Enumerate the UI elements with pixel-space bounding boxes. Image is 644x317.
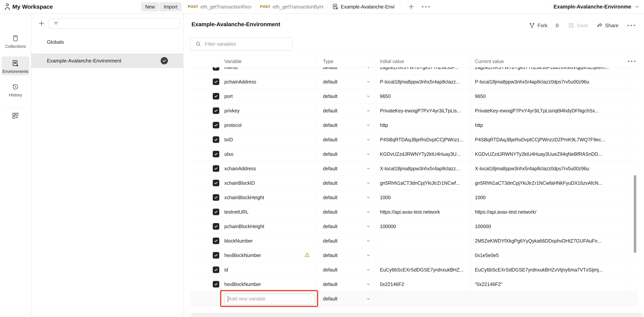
- variable-type-dropdown[interactable]: default: [317, 234, 376, 248]
- variable-type-dropdown[interactable]: default: [317, 205, 376, 219]
- current-value-cell[interactable]: P4SBqRTDAqJBjeRoDvptCCjPWnzzDZPmK9L7WQ7F…: [471, 132, 626, 147]
- fork-count[interactable]: 0: [554, 22, 560, 28]
- variable-name-cell[interactable]: testnetURL: [222, 205, 317, 219]
- variable-enabled-checkbox[interactable]: [213, 194, 219, 201]
- variable-enabled-checkbox[interactable]: [213, 67, 219, 71]
- variable-type-dropdown[interactable]: default: [317, 248, 376, 263]
- new-button[interactable]: New: [141, 2, 159, 11]
- column-options-icon[interactable]: [628, 60, 636, 62]
- variable-enabled-checkbox[interactable]: [213, 180, 219, 186]
- sidebar-item-globals[interactable]: Globals: [47, 37, 64, 47]
- variable-enabled-checkbox[interactable]: [213, 93, 219, 99]
- variable-name-cell[interactable]: xchainAddress: [222, 161, 317, 176]
- sidebar-item-collections[interactable]: Collections: [0, 34, 31, 49]
- save-button[interactable]: Save: [568, 22, 588, 28]
- variable-enabled-checkbox[interactable]: [213, 267, 219, 273]
- current-value-cell[interactable]: X-local18jma8ppw3nhx5r4ap8clazz0dps7rv5u…: [471, 161, 626, 176]
- initial-value-cell[interactable]: [376, 292, 471, 306]
- workspace-title[interactable]: My Workspace: [12, 3, 53, 10]
- current-value-cell[interactable]: 100000: [471, 219, 626, 234]
- variable-name-cell[interactable]: hexBlockNumber: [222, 248, 317, 263]
- variable-type-dropdown[interactable]: default: [317, 89, 376, 103]
- current-value-cell[interactable]: 0x1e5e0e5: [471, 248, 626, 263]
- variable-type-dropdown[interactable]: default: [317, 118, 376, 132]
- import-button[interactable]: Import: [160, 2, 182, 11]
- current-value-cell[interactable]: 2agoeZmK3YW7bYgeJ7TnZtw56F.cldchhKedVqjq…: [471, 67, 626, 74]
- initial-value-cell[interactable]: 9650: [376, 89, 471, 103]
- variable-enabled-checkbox[interactable]: [213, 209, 219, 215]
- variable-enabled-checkbox[interactable]: [213, 223, 219, 230]
- initial-value-cell[interactable]: [376, 248, 471, 263]
- variable-name-cell[interactable]: blockNumber: [222, 234, 317, 248]
- current-value-cell[interactable]: gn5RhN1aCT3dnCpjYkiJtrZr1NCwfaHNkFyuDX16…: [471, 176, 626, 190]
- current-value-cell[interactable]: P-local18jma8ppw3nhx5r4ap8clazz0dps7rv5u…: [471, 75, 626, 89]
- current-value-cell[interactable]: http: [471, 118, 626, 132]
- variable-type-dropdown[interactable]: default: [317, 132, 376, 147]
- current-value-cell[interactable]: EuCy6bScEXrSdDGSE7yrdnxukBHZvVtjny6ma7VT…: [471, 263, 626, 277]
- variable-name-cell[interactable]: txID: [222, 132, 317, 147]
- current-value-cell[interactable]: [471, 292, 626, 306]
- variable-name-cell[interactable]: hexBlockNumber: [222, 277, 317, 291]
- variable-type-dropdown[interactable]: default: [317, 277, 376, 291]
- workspace-avatar-icon[interactable]: [4, 2, 11, 11]
- variable-enabled-checkbox[interactable]: [213, 78, 219, 85]
- new-tab-plus-icon[interactable]: [408, 3, 415, 10]
- variable-enabled-checkbox[interactable]: [213, 107, 219, 114]
- variable-type-dropdown[interactable]: default: [317, 263, 376, 277]
- initial-value-cell[interactable]: http: [376, 118, 471, 132]
- current-value-cell[interactable]: PrivateKey-ewoqjP7PxY4yr3iLTpLisriqt94hd…: [471, 104, 626, 118]
- initial-value-cell[interactable]: 2agoeZmK3YW7bYgeJ7TnZtw56F...: [376, 67, 471, 74]
- variable-name-cell[interactable]: xchainBlockID: [222, 176, 317, 190]
- current-value-cell[interactable]: 1000: [471, 190, 626, 205]
- initial-value-cell[interactable]: P4SBqRTDAqJBjeRoDvptCCjPWnzz...: [376, 132, 471, 147]
- initial-value-cell[interactable]: EuCy6bScEXrSdDGSE7yrdnxukBHZ...: [376, 263, 471, 277]
- variable-enabled-checkbox[interactable]: [213, 122, 219, 128]
- variable-enabled-checkbox[interactable]: [213, 165, 219, 172]
- add-variable-input[interactable]: Add new variable: [224, 293, 315, 305]
- variable-enabled-checkbox[interactable]: [213, 238, 219, 244]
- variable-name-cell[interactable]: memo: [222, 67, 317, 74]
- variable-type-dropdown[interactable]: default: [317, 219, 376, 234]
- initial-value-cell[interactable]: X-local18jma8ppw3nhx5r4ap8clazz...: [376, 161, 471, 176]
- current-value-cell[interactable]: 2M5ZeKWDYfXkgPg6YyQyka66DDsphvDHtZ7GUFAu…: [471, 234, 626, 248]
- tab-request-2[interactable]: POST eth_getTransactionByHa: [256, 0, 328, 13]
- vertical-scrollbar-thumb[interactable]: [634, 175, 636, 253]
- filter-variables-input[interactable]: Filter variables: [190, 37, 292, 50]
- more-actions-icon[interactable]: [628, 25, 635, 26]
- variable-name-cell[interactable]: protocol: [222, 118, 317, 132]
- variable-name-cell[interactable]: utxo: [222, 147, 317, 161]
- variable-type-dropdown[interactable]: default: [317, 176, 376, 190]
- initial-value-cell[interactable]: 100000: [376, 219, 471, 234]
- variable-type-dropdown[interactable]: default: [317, 147, 376, 161]
- variable-name-cell[interactable]: pchainAddress: [222, 75, 317, 89]
- add-environment-button[interactable]: [38, 20, 45, 27]
- variable-name-cell[interactable]: id: [222, 263, 317, 277]
- variable-type-dropdown[interactable]: default: [317, 104, 376, 118]
- variable-name-cell[interactable]: xchainBlockHeight: [222, 190, 317, 205]
- sidebar-item-history[interactable]: History: [0, 83, 31, 98]
- variable-type-dropdown[interactable]: default: [317, 190, 376, 205]
- tab-environment-active[interactable]: Example-Avalanche-Envi: [328, 0, 400, 13]
- variable-type-dropdown[interactable]: default: [317, 67, 376, 74]
- variable-enabled-checkbox[interactable]: [213, 151, 219, 157]
- variable-type-dropdown[interactable]: default: [317, 75, 376, 89]
- initial-value-cell[interactable]: 0x22146F2: [376, 277, 471, 291]
- tab-request-1[interactable]: POST eth_getTransactionRece: [184, 0, 256, 13]
- initial-value-cell[interactable]: KGDvUZzdJRWNYTy2ktU4Huay3U...: [376, 147, 471, 161]
- sidebar-item-environment[interactable]: Example-Avalanche-Environment: [31, 53, 183, 68]
- initial-value-cell[interactable]: 1000: [376, 190, 471, 205]
- current-value-cell[interactable]: https://api.avax-test.network/: [471, 205, 626, 219]
- share-button[interactable]: Share: [597, 22, 618, 28]
- variable-enabled-checkbox[interactable]: [213, 281, 219, 288]
- configure-workspace-button[interactable]: [0, 112, 31, 120]
- current-value-cell[interactable]: KGDvUZzdJRWNYTy2ktU4Huay3UueZ94qNeBfRASn…: [471, 147, 626, 161]
- variable-type-dropdown[interactable]: default: [317, 292, 376, 306]
- variable-type-dropdown[interactable]: default: [317, 161, 376, 176]
- variable-name-cell[interactable]: privkey: [222, 104, 317, 118]
- variable-enabled-checkbox[interactable]: [213, 252, 219, 259]
- current-value-cell[interactable]: "0x22146F2": [471, 277, 626, 291]
- initial-value-cell[interactable]: gn5RhN1aCT3dnCpjYkiJtrZr1NCwf...: [376, 176, 471, 190]
- initial-value-cell[interactable]: PrivateKey-ewoqjP7PxY4yr3iLTpLis...: [376, 104, 471, 118]
- sidebar-filter-input[interactable]: [49, 18, 180, 29]
- initial-value-cell[interactable]: https://api.avax-test.network: [376, 205, 471, 219]
